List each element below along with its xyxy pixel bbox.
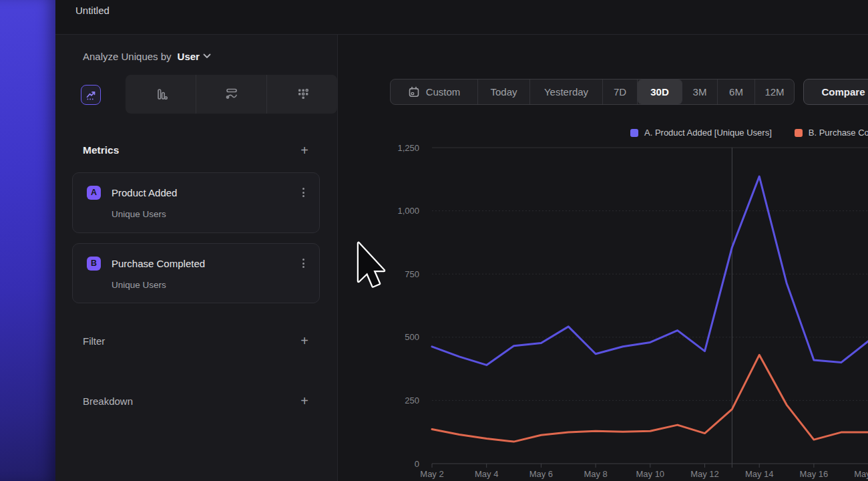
left-gradient-panel xyxy=(0,0,55,481)
add-metric-button[interactable]: + xyxy=(300,144,308,157)
legend-label-a: A. Product Added [Unique Users] xyxy=(644,128,772,138)
tab-grid[interactable] xyxy=(266,75,337,114)
query-sidebar: Analyze Uniques by User xyxy=(55,35,338,481)
chart-panel: Custom Today Yesterday 7D 30D 3M 6M 12M … xyxy=(339,35,868,481)
analyze-label: Analyze Uniques by xyxy=(83,51,172,62)
range-today-button[interactable]: Today xyxy=(478,79,530,104)
add-breakdown-button[interactable]: + xyxy=(300,394,308,408)
chevron-down-icon xyxy=(203,53,211,59)
metric-card-a[interactable]: A Product Added Unique Users xyxy=(72,172,320,233)
analyze-entity-value: User xyxy=(178,51,200,62)
metric-subtitle-b: Unique Users xyxy=(112,280,319,290)
range-3m-button[interactable]: 3M xyxy=(682,79,718,104)
report-title[interactable]: Untitled xyxy=(75,5,110,16)
metric-name-a: Product Added xyxy=(112,187,289,198)
range-7d-button[interactable]: 7D xyxy=(603,79,638,104)
range-6m-button[interactable]: 6M xyxy=(718,79,755,104)
breakdown-row: Breakdown + xyxy=(83,394,308,408)
range-30d-button[interactable]: 30D xyxy=(638,79,682,104)
filter-title: Filter xyxy=(83,335,105,347)
legend-swatch-a xyxy=(630,129,638,137)
date-range-control: Custom Today Yesterday 7D 30D 3M 6M 12M xyxy=(390,79,795,105)
top-bar: Untitled xyxy=(55,0,868,35)
analyze-row: Analyze Uniques by User xyxy=(83,48,211,64)
metric-badge-a: A xyxy=(87,186,101,200)
tab-flows[interactable] xyxy=(196,75,266,114)
dots-grid-icon xyxy=(294,86,310,102)
range-yesterday-button[interactable]: Yesterday xyxy=(530,79,603,104)
tab-insights-selected[interactable] xyxy=(81,85,101,105)
mouse-cursor xyxy=(356,241,391,293)
chart-legend: A. Product Added [Unique Users] B. Purch… xyxy=(630,128,868,138)
compare-button[interactable]: Compare xyxy=(803,79,868,105)
metric-menu-a-kebab-icon[interactable] xyxy=(300,185,307,200)
metric-badge-b: B xyxy=(87,257,101,271)
range-custom-label: Custom xyxy=(426,86,461,98)
metric-card-b[interactable]: B Purchase Completed Unique Users xyxy=(72,243,320,303)
metric-menu-b-kebab-icon[interactable] xyxy=(300,256,307,271)
metric-name-b: Purchase Completed xyxy=(112,258,289,269)
analyze-entity-dropdown[interactable]: User xyxy=(178,51,211,62)
metrics-title: Metrics xyxy=(83,144,119,156)
legend-label-b: B. Purchase Completed [Unique Users] xyxy=(809,128,868,138)
tab-bar-chart[interactable] xyxy=(126,75,196,114)
filter-row: Filter + xyxy=(83,334,308,347)
metrics-header: Metrics + xyxy=(83,144,308,157)
line-chart-icon xyxy=(83,88,98,102)
legend-item-b[interactable]: B. Purchase Completed [Unique Users] xyxy=(795,128,868,138)
flows-icon xyxy=(223,86,240,103)
range-12m-button[interactable]: 12M xyxy=(755,79,794,104)
breakdown-title: Breakdown xyxy=(83,395,133,407)
app-window: Untitled Analyze Uniques by User xyxy=(0,0,868,481)
metric-subtitle-a: Unique Users xyxy=(112,209,319,219)
add-filter-button[interactable]: + xyxy=(300,334,308,347)
calendar-icon xyxy=(408,86,420,98)
bar-chart-icon xyxy=(153,86,169,102)
legend-swatch-b xyxy=(795,129,803,137)
view-tab-group xyxy=(126,75,337,114)
range-custom-button[interactable]: Custom xyxy=(391,79,478,104)
legend-item-a[interactable]: A. Product Added [Unique Users] xyxy=(630,128,772,138)
